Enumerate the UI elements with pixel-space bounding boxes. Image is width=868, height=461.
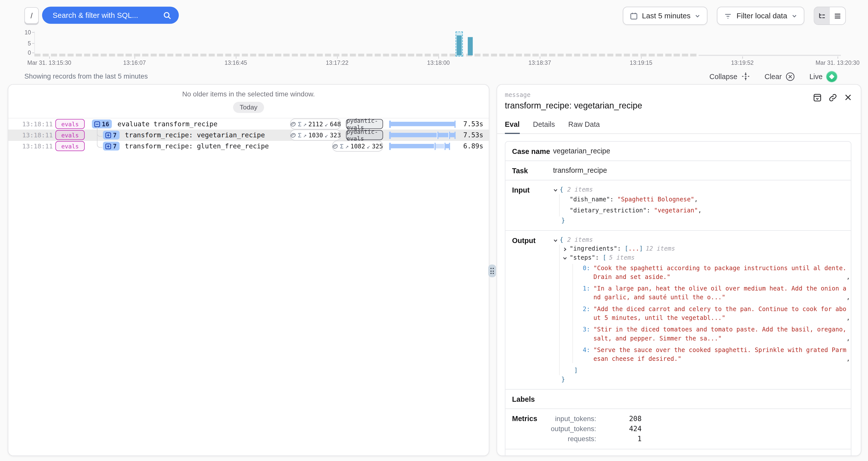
tree-view-toggle[interactable] bbox=[814, 7, 830, 24]
calendar-icon bbox=[630, 12, 638, 20]
chevron-down-icon[interactable] bbox=[553, 238, 558, 243]
filter-local-data-dropdown[interactable]: Filter local data bbox=[717, 6, 804, 25]
tab-eval[interactable]: Eval bbox=[505, 120, 520, 134]
record-kind-label: message bbox=[505, 91, 852, 99]
empty-buckets-baseline bbox=[34, 54, 699, 57]
token-usage-badge[interactable]: Σ ↗1030 ↙323 bbox=[290, 129, 341, 141]
output-token-count: 323 bbox=[330, 131, 341, 139]
table-row[interactable]: 13:18:11 evals 7 transform_recipe: glute… bbox=[8, 141, 489, 152]
case-name-label: Case name bbox=[512, 147, 553, 155]
minus-square-icon bbox=[94, 121, 100, 127]
copy-link-icon[interactable] bbox=[829, 93, 837, 102]
array-index: 0: bbox=[583, 264, 590, 272]
evals-tag-chip[interactable]: evals bbox=[55, 141, 85, 151]
span-duration-bar[interactable] bbox=[389, 131, 455, 139]
chevron-down-icon[interactable] bbox=[562, 255, 568, 260]
table-row[interactable]: 13:18:11 evals 16 evaluate transform_rec… bbox=[8, 119, 489, 129]
x-axis-tick-label: 13:19:15 bbox=[630, 59, 652, 66]
metrics-row: Metrics input_tokens: 208 output_tokens:… bbox=[505, 409, 851, 450]
clear-circle-x-icon bbox=[786, 71, 795, 81]
json-string-value: "Serve the sauce over the cooked spaghet… bbox=[593, 346, 846, 363]
logfire-live-view: / Search & filter with SQL... Last 5 min… bbox=[0, 0, 868, 461]
span-duration-bar[interactable] bbox=[389, 120, 455, 128]
y-axis-tick-label: 10 bbox=[9, 29, 31, 35]
detail-title: transform_recipe: vegetarian_recipe bbox=[505, 101, 852, 111]
metric-name: input_tokens: bbox=[535, 414, 596, 424]
assertions-label: Assertions bbox=[512, 455, 553, 456]
span-duration-bar[interactable] bbox=[389, 143, 450, 150]
metric-name: requests: bbox=[535, 434, 596, 444]
token-coin-icon bbox=[290, 121, 297, 127]
metric-value: 208 bbox=[596, 414, 642, 424]
chevron-right-icon[interactable] bbox=[562, 247, 568, 252]
live-toggle[interactable]: Live bbox=[809, 71, 837, 82]
json-key: "steps": bbox=[569, 253, 599, 262]
assertion-fail-icon[interactable] bbox=[553, 456, 563, 456]
eval-fields-table: Case name vegetarian_recipe Task transfo… bbox=[505, 141, 851, 456]
pydantic-evals-chip[interactable]: pydantic-evals bbox=[346, 119, 383, 129]
evals-tag-chip[interactable]: evals bbox=[55, 119, 85, 129]
expand-span-chip[interactable]: 7 bbox=[103, 130, 119, 140]
tree-connector bbox=[97, 127, 102, 148]
list-view-toggle[interactable] bbox=[830, 7, 845, 24]
filter-local-value: Filter local data bbox=[736, 11, 787, 20]
live-indicator-icon bbox=[827, 71, 837, 82]
metric-name: output_tokens: bbox=[535, 424, 596, 434]
assertion-pass-icon[interactable] bbox=[568, 456, 578, 456]
assertions-row: Assertions bbox=[505, 450, 851, 456]
search-icon bbox=[163, 11, 171, 19]
top-bar: / Search & filter with SQL... Last 5 min… bbox=[0, 0, 868, 30]
pydantic-evals-chip[interactable]: pydantic-evals bbox=[346, 130, 383, 140]
timeline-histogram[interactable]: 10 5 0 Mar 31. 13:15:30 13:16:07 13:16:4… bbox=[0, 30, 868, 69]
view-mode-toggle bbox=[814, 6, 846, 25]
expand-span-chip[interactable]: 7 bbox=[103, 142, 119, 150]
table-row[interactable]: 13:18:11 evals 7 transform_recipe: veget… bbox=[8, 129, 489, 141]
histogram-bar[interactable] bbox=[468, 37, 473, 56]
y-axis-tick-label: 0 bbox=[9, 49, 31, 56]
json-array-item: 2: "Add the diced carrot and celery to t… bbox=[583, 305, 844, 322]
items-count-note: 5 items bbox=[609, 253, 635, 262]
row-timestamp: 13:18:11 bbox=[22, 120, 48, 128]
slash-shortcut-key[interactable]: / bbox=[24, 7, 39, 24]
token-usage-badge[interactable]: Σ ↗2112 ↙648 bbox=[290, 119, 341, 129]
live-label: Live bbox=[809, 72, 823, 81]
list-view-icon bbox=[834, 12, 841, 20]
clear-button[interactable]: Clear bbox=[765, 71, 795, 81]
json-key: "dietary_restriction": bbox=[569, 205, 650, 216]
chevron-down-icon[interactable] bbox=[553, 187, 558, 192]
items-count-note: 2 items bbox=[567, 185, 593, 194]
input-token-count: 1030 bbox=[308, 131, 323, 139]
slash-key-label: / bbox=[31, 11, 33, 20]
y-axis-line bbox=[34, 32, 35, 56]
time-range-dropdown[interactable]: Last 5 minutes bbox=[623, 6, 708, 25]
token-usage-badge[interactable]: Σ ↗1082 ↙325 bbox=[332, 141, 383, 152]
labels-label: Labels bbox=[512, 395, 553, 403]
tab-details[interactable]: Details bbox=[533, 120, 555, 133]
json-string-value: "Spaghetti Bolognese" bbox=[617, 194, 694, 205]
array-index: 4: bbox=[583, 346, 590, 355]
detail-tabs: Eval Details Raw Data bbox=[497, 120, 861, 134]
arrow-down-left-icon: ↙ bbox=[325, 132, 328, 139]
histogram-bar[interactable] bbox=[457, 35, 462, 55]
dock-panel-icon[interactable] bbox=[813, 93, 822, 102]
evals-tag-chip[interactable]: evals bbox=[55, 130, 85, 140]
time-range-value: Last 5 minutes bbox=[642, 11, 691, 20]
collapse-label: Collapse bbox=[709, 72, 737, 81]
span-title: transform_recipe: gluten_free_recipe bbox=[125, 142, 332, 150]
axis-tail-line bbox=[699, 55, 841, 56]
panel-resize-handle[interactable] bbox=[488, 265, 496, 277]
close-icon[interactable] bbox=[844, 93, 852, 102]
collapse-button[interactable]: Collapse bbox=[709, 72, 750, 81]
json-string-value: "Cook the spaghetti according to package… bbox=[593, 264, 846, 281]
search-button[interactable]: Search & filter with SQL... bbox=[42, 6, 179, 24]
span-duration: 6.89s bbox=[461, 142, 483, 150]
arrow-down-left-icon: ↙ bbox=[325, 121, 328, 127]
tab-raw-data[interactable]: Raw Data bbox=[568, 120, 600, 133]
input-token-count: 1082 bbox=[350, 143, 365, 150]
output-json-viewer[interactable]: { 2 items "ingredients": [...] 12 items bbox=[553, 236, 844, 384]
today-chip[interactable]: Today bbox=[233, 102, 264, 113]
input-row: Input { 2 items "dish_name": "Spaghetti … bbox=[505, 181, 851, 231]
child-span-count: 16 bbox=[102, 120, 109, 128]
assertion-pass-icon[interactable] bbox=[583, 456, 593, 456]
input-json-viewer[interactable]: { 2 items "dish_name": "Spaghetti Bologn… bbox=[553, 185, 844, 225]
